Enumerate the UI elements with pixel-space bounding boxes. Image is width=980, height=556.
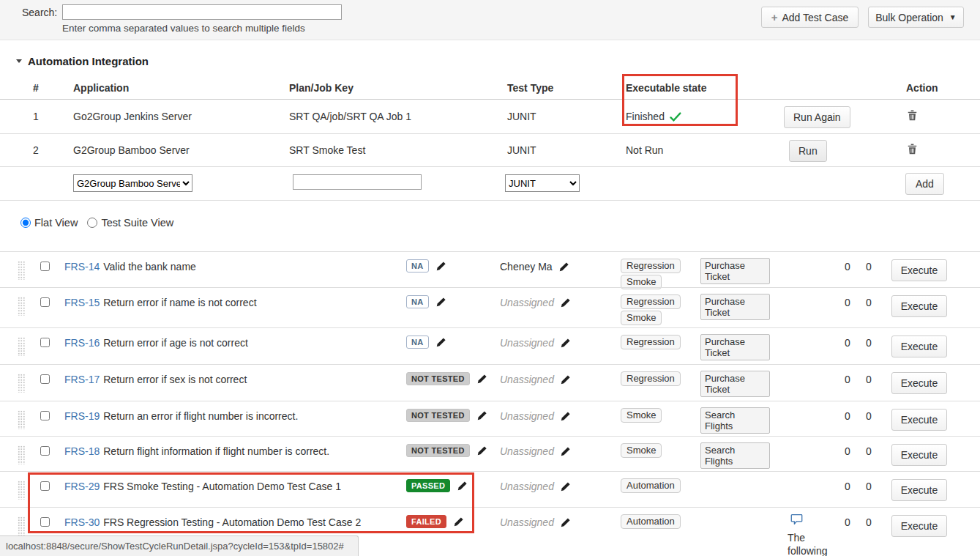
automation-add-row: G2Group Bamboo Server JUNIT Add — [0, 167, 980, 201]
count-1: 0 — [840, 374, 855, 385]
status-cell: NOT TESTED — [406, 444, 487, 457]
requirement-box: Search Flights — [700, 442, 770, 469]
add-test-case-button[interactable]: + Add Test Case — [761, 7, 859, 28]
automation-row-2: 2 G2Group Bamboo Server SRT Smoke Test J… — [0, 134, 980, 167]
assignee-cell: Unassigned — [500, 297, 571, 308]
assignee-name: Unassigned — [500, 410, 554, 422]
test-case-row: FRS-15Return error if name is not correc… — [0, 287, 980, 327]
assignee-name: Unassigned — [500, 445, 554, 457]
edit-status-icon[interactable] — [476, 410, 487, 421]
run-again-button[interactable]: Run Again — [784, 106, 850, 128]
execute-button[interactable]: Execute — [891, 409, 947, 431]
drag-handle-icon[interactable] — [18, 516, 26, 535]
edit-assignee-icon[interactable] — [560, 517, 571, 528]
row-checkbox[interactable] — [40, 411, 50, 420]
execute-button[interactable]: Execute — [891, 372, 947, 394]
edit-status-icon[interactable] — [476, 374, 487, 385]
labels-cell: Smoke — [621, 408, 662, 423]
edit-status-icon[interactable] — [476, 445, 487, 456]
edit-status-icon[interactable] — [435, 261, 446, 272]
issue-key-link[interactable]: FRS-15 — [64, 297, 100, 308]
issue-key-link[interactable]: FRS-18 — [64, 445, 100, 457]
count-2: 0 — [861, 261, 876, 273]
assignee-name: Cheney Ma — [500, 261, 553, 273]
delete-icon[interactable] — [908, 144, 917, 157]
bulk-operation-button[interactable]: Bulk Operation ▼ — [868, 7, 964, 28]
edit-assignee-icon[interactable] — [560, 411, 571, 422]
label-chip: Smoke — [621, 311, 662, 325]
edit-status-icon[interactable] — [435, 297, 446, 308]
labels-cell: RegressionSmoke — [621, 259, 681, 289]
application-name: G2Group Bamboo Server — [73, 144, 190, 156]
execute-button[interactable]: Execute — [891, 444, 947, 466]
status-badge: NOT TESTED — [406, 372, 470, 385]
test-type-select[interactable]: JUNIT — [505, 174, 580, 192]
execute-button[interactable]: Execute — [891, 515, 947, 537]
drag-handle-icon[interactable] — [18, 337, 26, 356]
issue-key-link[interactable]: FRS-16 — [64, 337, 100, 349]
row-checkbox[interactable] — [40, 481, 50, 491]
test-suite-view-radio[interactable] — [87, 218, 97, 228]
execute-button[interactable]: Execute — [891, 259, 947, 281]
edit-assignee-icon[interactable] — [558, 262, 569, 273]
execute-button[interactable]: Execute — [891, 479, 947, 501]
search-input[interactable] — [62, 4, 342, 20]
row-checkbox[interactable] — [40, 297, 50, 307]
row-checkbox[interactable] — [40, 338, 50, 347]
edit-status-icon[interactable] — [457, 481, 468, 492]
add-test-case-label: Add Test Case — [782, 12, 848, 23]
labels-cell: RegressionSmoke — [621, 294, 681, 325]
issue-key-link[interactable]: FRS-30 — [64, 516, 100, 528]
row-checkbox[interactable] — [40, 262, 50, 271]
edit-assignee-icon[interactable] — [560, 446, 571, 457]
label-chip: Automation — [621, 514, 681, 529]
section-header[interactable]: Automation Integration — [16, 55, 149, 67]
execute-button[interactable]: Execute — [891, 336, 947, 357]
summary-text: FRS Smoke Testing - Automation Demo Test… — [103, 481, 341, 492]
drag-handle-icon[interactable] — [18, 481, 26, 500]
execute-button[interactable]: Execute — [891, 295, 947, 317]
drag-handle-icon[interactable] — [18, 410, 26, 429]
assignee-name: Unassigned — [500, 337, 554, 349]
issue-key-link[interactable]: FRS-17 — [64, 374, 100, 385]
row-checkbox[interactable] — [40, 446, 50, 456]
application-select[interactable]: G2Group Bamboo Server — [73, 174, 192, 192]
row-checkbox[interactable] — [40, 374, 50, 384]
summary-text: Return an error if flight number is inco… — [103, 410, 298, 422]
issue-key-link[interactable]: FRS-19 — [64, 410, 100, 422]
edit-status-icon[interactable] — [453, 516, 464, 527]
edit-assignee-icon[interactable] — [560, 338, 571, 349]
test-suite-view-option[interactable]: Test Suite View — [87, 217, 173, 229]
requirement-box: Search Flights — [700, 407, 770, 434]
row-checkbox[interactable] — [40, 517, 50, 527]
summary-cell: FRS-19Return an error if flight number i… — [64, 410, 298, 422]
comment-bubble-icon[interactable] — [790, 514, 803, 525]
issue-key-link[interactable]: FRS-29 — [64, 481, 100, 492]
add-button[interactable]: Add — [905, 173, 944, 195]
issue-key-link[interactable]: FRS-14 — [64, 261, 100, 273]
flat-view-option[interactable]: Flat View — [20, 217, 78, 229]
label-chip: Smoke — [621, 408, 662, 423]
drag-handle-icon[interactable] — [18, 297, 26, 316]
search-label: Search: — [22, 7, 57, 18]
requirement-box: Purchase Ticket — [700, 371, 770, 397]
count-1: 0 — [840, 337, 855, 349]
plan-key-input[interactable] — [293, 174, 422, 190]
toolbar: Search: Enter comma separated values to … — [0, 0, 980, 40]
count-1: 0 — [840, 410, 855, 422]
edit-assignee-icon[interactable] — [560, 481, 571, 492]
flat-view-radio[interactable] — [20, 218, 31, 228]
labels-cell: Regression — [621, 371, 681, 386]
delete-icon[interactable] — [908, 110, 917, 124]
drag-handle-icon[interactable] — [18, 261, 26, 280]
edit-status-icon[interactable] — [435, 337, 446, 348]
count-2: 0 — [861, 445, 876, 457]
test-case-row: FRS-14Valid the bank nameNACheney MaRegr… — [0, 251, 980, 287]
assignee-cell: Cheney Ma — [500, 261, 569, 273]
drag-handle-icon[interactable] — [18, 374, 26, 393]
executable-state: Not Run — [626, 144, 663, 156]
edit-assignee-icon[interactable] — [560, 297, 571, 308]
drag-handle-icon[interactable] — [18, 445, 26, 464]
run-button[interactable]: Run — [789, 140, 827, 162]
edit-assignee-icon[interactable] — [560, 374, 571, 385]
